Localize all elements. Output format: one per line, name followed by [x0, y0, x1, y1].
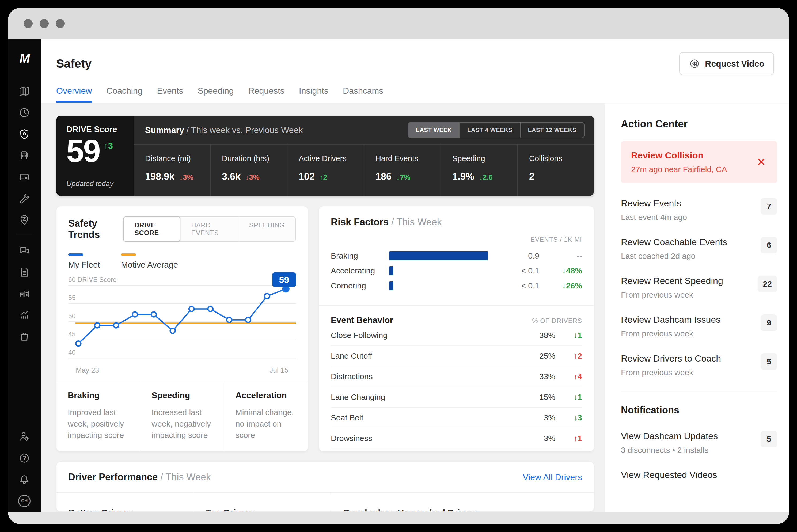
panel-divider [621, 392, 777, 392]
video-rewind-icon [689, 58, 700, 69]
drive-score-updated: Updated today [67, 179, 125, 188]
risk-label: Accelerating [331, 266, 389, 276]
stat-value: 3.6k [222, 171, 241, 182]
notifications-title: Notifications [621, 405, 777, 416]
sidebar-item-messages[interactable] [8, 240, 41, 262]
stat-line: 1.9%↓2.6 [452, 171, 512, 182]
risk-bar-track [389, 281, 499, 290]
action-item-review-recent-speeding[interactable]: Review Recent SpeedingFrom previous week… [621, 276, 777, 300]
svg-text:40: 40 [68, 349, 75, 356]
factor-text: Minimal change, no impact on score [235, 407, 297, 441]
event-behavior-title: Event Behavior [331, 315, 393, 325]
item-subtitle: From previous week [621, 329, 720, 338]
clock-icon [18, 107, 31, 119]
window-control-dot[interactable] [23, 19, 33, 28]
safety-trends-chart: 60 DRIVE Score5550454059May 23Jul 15 [68, 271, 296, 380]
review-collision-alert[interactable]: Review Collision 27m ago near Fairfield,… [621, 141, 777, 183]
request-video-button[interactable]: Request Video [679, 52, 774, 75]
range-last-4-weeks[interactable]: LAST 4 WEEKS [459, 122, 520, 137]
notification-item-view-dashcam-updates[interactable]: View Dashcam Updates3 disconnects • 2 in… [621, 431, 777, 455]
segment-drive-score[interactable]: DRIVE SCORE [123, 216, 181, 242]
range-last-12-weeks[interactable]: LAST 12 WEEKS [520, 122, 584, 137]
behavior-row-seat-belt: Seat Belt3%↓3 [331, 407, 582, 428]
tab-coaching[interactable]: Coaching [106, 86, 143, 103]
tab-speeding[interactable]: Speeding [197, 86, 234, 103]
risk-bar-track [389, 266, 499, 276]
sidebar-divider [16, 235, 33, 235]
stat-trend: ↓2.6 [479, 173, 493, 182]
legend-item-my-fleet: My Fleet [68, 253, 100, 270]
sidebar-item-safety[interactable] [8, 124, 41, 145]
stat-trend: ↓3% [245, 173, 260, 182]
item-text: Review Recent SpeedingFrom previous week [621, 276, 723, 300]
summary-stats: Distance (mi)198.9k↓3%Duration (hrs)3.6k… [134, 145, 594, 196]
sidebar-item-user-settings[interactable] [8, 426, 41, 448]
wrench-icon [18, 192, 31, 205]
action-item-review-dashcam-issues[interactable]: Review Dashcam IssuesFrom previous week9 [621, 315, 777, 338]
tab-requests[interactable]: Requests [248, 86, 284, 103]
risk-trend: -- [539, 251, 582, 260]
sidebar-item-analytics[interactable] [8, 304, 41, 326]
svg-text:May 23: May 23 [76, 366, 99, 374]
behavior-label: Distractions [331, 372, 373, 381]
stat-value: 1.9% [452, 171, 474, 182]
behavior-label: Lane Cutoff [331, 352, 372, 360]
tab-events[interactable]: Events [157, 86, 183, 103]
window-control-dot[interactable] [56, 19, 65, 28]
factor-title: Acceleration [235, 391, 297, 400]
range-last-week[interactable]: LAST WEEK [409, 122, 459, 137]
risk-value: < 0.1 [499, 281, 539, 290]
segment-speeding[interactable]: SPEEDING [238, 217, 296, 241]
user-avatar[interactable]: CH [8, 490, 41, 512]
risk-label: Braking [331, 251, 389, 260]
action-item-review-coachable-events[interactable]: Review Coachable EventsLast coached 2d a… [621, 237, 777, 261]
legend-label: My Fleet [68, 260, 100, 270]
summary-stat-duration-hrs: Duration (hrs)3.6k↓3% [210, 145, 287, 196]
sidebar-item-documents[interactable] [8, 262, 41, 283]
behavior-trend: ↓1 [555, 393, 582, 402]
sidebar-item-dashcam[interactable] [8, 145, 41, 166]
sidebar-item-maintenance[interactable] [8, 188, 41, 209]
action-item-review-events[interactable]: Review EventsLast event 4m ago7 [621, 198, 777, 222]
item-title: Review Dashcam Issues [621, 315, 720, 325]
tab-insights[interactable]: Insights [299, 86, 328, 103]
count-badge: 22 [758, 276, 777, 292]
behavior-label: Drowsiness [331, 434, 372, 443]
stat-value: 2 [529, 171, 534, 182]
action-item-review-drivers-to-coach[interactable]: Review Drivers to CoachFrom previous wee… [621, 353, 777, 377]
tab-overview[interactable]: Overview [56, 86, 92, 103]
sidebar-item-fuel[interactable] [8, 209, 41, 230]
sidebar-item-map[interactable] [8, 80, 41, 102]
count-badge: 9 [761, 315, 777, 331]
tab-dashcams[interactable]: Dashcams [343, 86, 383, 103]
event-behavior-rows: Close Following38%↓1Lane Cutoff25%↑2Dist… [331, 325, 582, 452]
stat-line: 2 [529, 171, 589, 182]
sidebar-item-time[interactable] [8, 102, 41, 124]
item-subtitle: Last event 4m ago [621, 213, 687, 222]
behavior-label: Lane Changing [331, 393, 385, 402]
notification-item-cutoff[interactable]: View Requested Videos [621, 470, 777, 480]
sidebar-item-notifications[interactable] [8, 469, 41, 490]
driver-performance-card: Driver Performance / This Week View All … [56, 462, 594, 512]
sidebar-item-facilities[interactable] [8, 283, 41, 304]
item-subtitle: From previous week [621, 290, 723, 300]
behavior-row-lane-cutoff: Lane Cutoff25%↑2 [331, 346, 582, 366]
view-all-drivers-link[interactable]: View All Drivers [523, 472, 582, 482]
factor-title: Braking [68, 391, 129, 400]
sidebar-item-help[interactable]: ? [8, 448, 41, 469]
summary-stat-active-drivers: Active Drivers102↑2 [287, 145, 364, 196]
item-title: View Dashcam Updates [621, 431, 718, 441]
window-control-dot[interactable] [40, 19, 49, 28]
behavior-trend: ↑1 [555, 434, 582, 443]
segment-hard-events[interactable]: HARD EVENTS [180, 217, 238, 241]
close-icon[interactable]: ✕ [756, 155, 767, 169]
legend-label: Motive Average [121, 260, 178, 270]
behavior-trend: ↓1 [555, 331, 582, 340]
sidebar-item-marketplace[interactable] [8, 326, 41, 347]
perf-column-top-drivers: Top Drivers [194, 493, 331, 512]
sidebar-item-cards[interactable] [8, 166, 41, 188]
stat-label: Collisions [529, 154, 589, 163]
item-text: View Dashcam Updates3 disconnects • 2 in… [621, 431, 718, 455]
user-settings-icon [18, 431, 31, 443]
behavior-trend: ↑4 [555, 372, 582, 381]
